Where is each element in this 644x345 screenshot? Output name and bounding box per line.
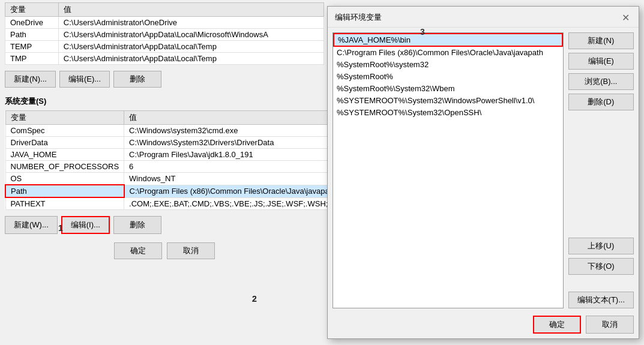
var-val: C:\Users\Administrator\AppData\Local\Mic… bbox=[58, 29, 324, 41]
table-row[interactable]: ComSpec C:\Windows\system32\cmd.exe bbox=[5, 125, 352, 137]
user-vars-section: 变量 值 OneDrive C:\Users\Administrator\One… bbox=[0, 0, 329, 67]
path-list-item[interactable]: %SystemRoot%\system32 bbox=[333, 59, 563, 71]
path-list-item[interactable]: %SYSTEMROOT%\System32\WindowsPowerShell\… bbox=[333, 95, 563, 107]
dialog-close-button[interactable]: ✕ bbox=[619, 11, 631, 23]
path-list-item[interactable]: %SYSTEMROOT%\System32\OpenSSH\ bbox=[333, 107, 563, 119]
annotation-3: 3 bbox=[420, 27, 425, 37]
left-panel: 变量 值 OneDrive C:\Users\Administrator\One… bbox=[0, 0, 329, 345]
user-delete-button[interactable]: 删除 bbox=[113, 71, 161, 88]
var-val: C:\Users\Administrator\AppData\Local\Tem… bbox=[58, 53, 324, 65]
path-list-item[interactable]: %SystemRoot%\System32\Wbem bbox=[333, 83, 563, 95]
var-name: OneDrive bbox=[5, 17, 59, 29]
table-row[interactable]: JAVA_HOME C:\Program Files\Java\jdk1.8.0… bbox=[5, 149, 352, 161]
table-row[interactable]: PATHEXT .COM;.EXE;.BAT;.CMD;.VBS;.VBE;.J… bbox=[5, 197, 352, 210]
path-delete-button[interactable]: 删除(D) bbox=[568, 94, 634, 110]
path-new-button[interactable]: 新建(N) bbox=[568, 32, 634, 49]
sys-vars-section: 系统变量(S) 变量 值 ComSpec C:\Windows\system32… bbox=[0, 94, 329, 210]
dialog-titlebar: 编辑环境变量 ✕ bbox=[328, 7, 639, 28]
var-name: Path bbox=[5, 29, 59, 41]
path-list-item[interactable]: %SystemRoot% bbox=[333, 71, 563, 83]
var-val: C:\Users\Administrator\OneDrive bbox=[58, 17, 324, 29]
var-name: TMP bbox=[5, 53, 59, 65]
path-table-row[interactable]: Path C:\Program Files (x86)\Common Files… bbox=[5, 185, 352, 197]
user-vars-col-val: 值 bbox=[58, 3, 324, 17]
path-move-down-button[interactable]: 下移(O) bbox=[568, 258, 634, 275]
user-new-button[interactable]: 新建(N)... bbox=[5, 71, 56, 88]
path-list-container: %JAVA_HOME%\bin C:\Program Files (x86)\C… bbox=[333, 32, 564, 308]
sys-vars-col-var: 变量 bbox=[5, 111, 124, 125]
path-list: %JAVA_HOME%\bin C:\Program Files (x86)\C… bbox=[333, 33, 563, 119]
dialog-title: 编辑环境变量 bbox=[335, 12, 382, 23]
table-row[interactable]: Path C:\Users\Administrator\AppData\Loca… bbox=[5, 29, 324, 41]
path-edit-text-button[interactable]: 编辑文本(T)... bbox=[568, 292, 634, 308]
table-row[interactable]: TEMP C:\Users\Administrator\AppData\Loca… bbox=[5, 41, 324, 53]
sys-new-button[interactable]: 新建(W)... bbox=[5, 216, 58, 234]
path-browse-button[interactable]: 浏览(B)... bbox=[568, 73, 634, 90]
table-row[interactable]: DriverData C:\Windows\System32\Drivers\D… bbox=[5, 137, 352, 149]
dialog-bottom-buttons: 确定 取消 bbox=[333, 313, 634, 334]
sys-vars-col-val: 值 bbox=[124, 111, 353, 125]
sys-delete-button[interactable]: 删除 bbox=[113, 216, 161, 234]
path-list-item[interactable]: C:\Program Files (x86)\Common Files\Orac… bbox=[333, 47, 563, 59]
table-row[interactable]: OneDrive C:\Users\Administrator\OneDrive bbox=[5, 17, 324, 29]
sys-vars-label: 系统变量(S) bbox=[0, 94, 329, 109]
path-list-item[interactable]: %JAVA_HOME%\bin bbox=[333, 33, 563, 47]
dialog-action-buttons: 新建(N) 编辑(E) 浏览(B)... 删除(D) 上移(U) 下移(O) 编… bbox=[568, 32, 634, 308]
bottom-buttons-row: 确定 取消 bbox=[0, 240, 329, 262]
sys-edit-button[interactable]: 编辑(I)... bbox=[61, 216, 110, 234]
user-vars-col-var: 变量 bbox=[5, 3, 59, 17]
table-row[interactable]: TMP C:\Users\Administrator\AppData\Local… bbox=[5, 53, 324, 65]
dialog-ok-button[interactable]: 确定 bbox=[533, 316, 581, 334]
path-edit-button[interactable]: 编辑(E) bbox=[568, 53, 634, 70]
sys-vars-table: 变量 值 ComSpec C:\Windows\system32\cmd.exe… bbox=[5, 110, 353, 210]
user-vars-table: 变量 值 OneDrive C:\Users\Administrator\One… bbox=[5, 2, 324, 65]
edit-env-dialog: 编辑环境变量 ✕ %JAVA_HOME%\bin C:\Program File… bbox=[327, 6, 639, 339]
table-row[interactable]: NUMBER_OF_PROCESSORS 6 bbox=[5, 161, 352, 173]
annotation-2-marker: 2 bbox=[252, 294, 257, 304]
sys-buttons-row: 新建(W)... 编辑(I)... 删除 bbox=[0, 212, 329, 238]
user-buttons-row: 新建(N)... 编辑(E)... 删除 bbox=[0, 67, 329, 91]
main-ok-button[interactable]: 确定 bbox=[114, 242, 162, 259]
table-row[interactable]: OS Windows_NT bbox=[5, 173, 352, 185]
annotation-1: 1 bbox=[58, 223, 63, 233]
user-edit-button[interactable]: 编辑(E)... bbox=[59, 71, 110, 88]
var-val: C:\Users\Administrator\AppData\Local\Tem… bbox=[58, 41, 324, 53]
main-cancel-button[interactable]: 取消 bbox=[167, 242, 215, 259]
var-name: TEMP bbox=[5, 41, 59, 53]
dialog-cancel-button[interactable]: 取消 bbox=[586, 316, 634, 334]
path-move-up-button[interactable]: 上移(U) bbox=[568, 238, 634, 254]
